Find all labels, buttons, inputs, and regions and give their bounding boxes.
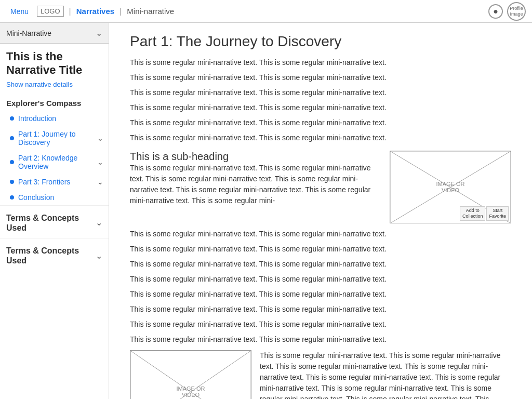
show-narrative-details[interactable]: Show narrative details bbox=[0, 79, 109, 95]
para-5: This is some regular mini-narrative text… bbox=[130, 117, 511, 128]
main-content: Part 1: The Journey to Discovery This is… bbox=[109, 23, 532, 399]
sub-heading: This is a sub-heading bbox=[130, 151, 379, 163]
nav-item-part2[interactable]: Part 2: Knowledge Overview ⌄ bbox=[0, 150, 109, 174]
svg-line-4 bbox=[130, 351, 251, 399]
nav-item-conclusion[interactable]: Conclusion bbox=[0, 190, 109, 205]
subheading-left: This is a sub-heading This is some regul… bbox=[130, 151, 379, 210]
nav-label: Part 3: Frontiers bbox=[18, 178, 70, 186]
nav-item-part1[interactable]: Part 1: Journey to Discovery ⌄ bbox=[0, 126, 109, 150]
para-9: This is some regular mini-narrative text… bbox=[130, 259, 511, 270]
dropdown-label: Mini-Narrative bbox=[6, 29, 51, 37]
dot-icon bbox=[10, 180, 14, 184]
image-action-buttons: Add toCollection StartFavorite bbox=[460, 206, 509, 221]
part-title: Part 1: The Journey to Discovery bbox=[130, 33, 511, 50]
dot-icon bbox=[10, 116, 14, 121]
para-2: This is some regular mini-narrative text… bbox=[130, 72, 511, 83]
para-7: This is some regular mini-narrative text… bbox=[130, 229, 511, 240]
nav-label: Part 2: Knowledge Overview bbox=[18, 154, 97, 170]
terms-label-1: Terms & ConceptsUsed bbox=[6, 213, 79, 233]
separator-2: | bbox=[119, 7, 122, 16]
search-icon[interactable]: ● bbox=[488, 4, 503, 19]
nav-item-part3[interactable]: Part 3: Frontiers ⌄ bbox=[0, 174, 109, 190]
chevron-down-icon: ⌄ bbox=[96, 251, 102, 261]
diagonal-lines-icon-2 bbox=[130, 351, 251, 399]
start-favorite-button[interactable]: StartFavorite bbox=[486, 206, 509, 221]
terms-label-2: Terms & ConceptsUsed bbox=[6, 246, 79, 265]
add-to-collection-button[interactable]: Add toCollection bbox=[460, 206, 486, 221]
nav-label: Conclusion bbox=[18, 193, 54, 202]
dot-icon bbox=[10, 136, 14, 140]
subheading-row: This is a sub-heading This is some regul… bbox=[130, 151, 511, 223]
para-6: This is some regular mini-narrative text… bbox=[130, 132, 511, 143]
para-14: This is some regular mini-narrative text… bbox=[130, 334, 511, 345]
nav-narratives[interactable]: Narratives bbox=[76, 7, 114, 16]
nav-label: Part 1: Journey to Discovery bbox=[18, 130, 97, 147]
chevron-down-icon: ⌄ bbox=[96, 28, 102, 38]
header: Menu LOGO | Narratives | Mini-narrative … bbox=[0, 0, 532, 23]
sub-para-1: This is some regular mini-narrative text… bbox=[130, 163, 379, 206]
image-placeholder-1[interactable]: IMAGE ORVIDEO Add toCollection StartFavo… bbox=[390, 151, 511, 223]
dot-icon bbox=[10, 160, 14, 164]
nav-mini-narrative[interactable]: Mini-narrative bbox=[127, 7, 174, 16]
para-10: This is some regular mini-narrative text… bbox=[130, 274, 511, 285]
profile-image[interactable]: ProfileImage bbox=[507, 2, 526, 21]
terms-section-1[interactable]: Terms & ConceptsUsed ⌄ bbox=[0, 205, 109, 238]
mini-narrative-dropdown[interactable]: Mini-Narrative ⌄ bbox=[0, 23, 109, 44]
para-12: This is some regular mini-narrative text… bbox=[130, 304, 511, 315]
layout: Mini-Narrative ⌄ This is the Narrative T… bbox=[0, 23, 532, 399]
para-4: This is some regular mini-narrative text… bbox=[130, 102, 511, 113]
sidebar: Mini-Narrative ⌄ This is the Narrative T… bbox=[0, 23, 109, 399]
nav-label: Introduction bbox=[18, 114, 56, 123]
chevron-right-icon: ⌄ bbox=[97, 134, 103, 142]
para-1: This is some regular mini-narrative text… bbox=[130, 57, 511, 68]
para-13: This is some regular mini-narrative text… bbox=[130, 319, 511, 330]
menu-button[interactable]: Menu bbox=[6, 5, 33, 18]
chevron-down-icon: ⌄ bbox=[96, 218, 102, 228]
nav-item-introduction[interactable]: Introduction bbox=[0, 111, 109, 126]
logo-box: LOGO bbox=[37, 6, 64, 17]
para-3: This is some regular mini-narrative text… bbox=[130, 87, 511, 98]
narrative-title: This is the Narrative Title bbox=[0, 44, 109, 79]
compass-heading: Explorer's Compass bbox=[0, 95, 109, 111]
dot-icon bbox=[10, 195, 14, 200]
profile-label: ProfileImage bbox=[510, 6, 523, 17]
para-11: This is some regular mini-narrative text… bbox=[130, 289, 511, 300]
terms-section-2[interactable]: Terms & ConceptsUsed ⌄ bbox=[0, 238, 109, 271]
chevron-right-icon: ⌄ bbox=[97, 178, 103, 186]
separator-1: | bbox=[69, 7, 71, 16]
image-placeholder-2[interactable]: IMAGE ORVIDEO bbox=[130, 350, 251, 399]
chevron-right-icon: ⌄ bbox=[97, 158, 103, 166]
float-image-section: IMAGE ORVIDEO This is some regular mini-… bbox=[130, 350, 511, 399]
para-8: This is some regular mini-narrative text… bbox=[130, 244, 511, 255]
